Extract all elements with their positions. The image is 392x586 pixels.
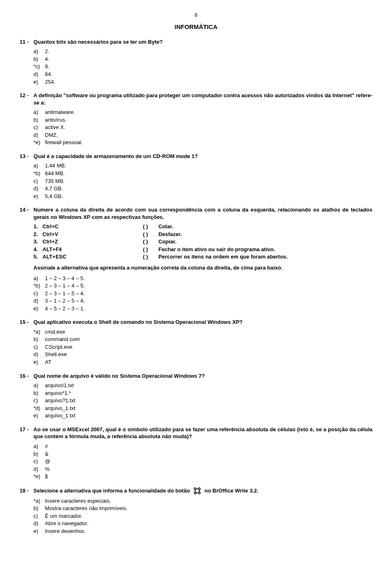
- question-11: 11 - Quantos bits são necessários para s…: [20, 38, 372, 85]
- pair-paren: ( ): [143, 253, 158, 261]
- option-label: b): [33, 336, 45, 343]
- question-15: 15 - Qual aplicativo executa o Shell de …: [20, 319, 372, 365]
- option-label: b): [33, 56, 45, 63]
- option-text: 2.: [45, 48, 372, 55]
- option-e: e)arquivo_1:txt: [33, 412, 372, 419]
- option-label: a): [33, 382, 45, 389]
- pair-left: ALT+ESC: [42, 253, 143, 261]
- option-text: 1,44 MB.: [45, 162, 372, 169]
- option-label: c): [33, 290, 45, 297]
- option-text: Insere desenhos.: [45, 528, 372, 535]
- sub-instruction: Assinale a alternativa que apresenta a n…: [33, 264, 372, 272]
- special-character-icon: [193, 487, 201, 495]
- pair-number: 2.: [33, 231, 42, 238]
- option-text: 735 MB.: [45, 178, 372, 185]
- option-text: arquivo_1:txt: [45, 412, 372, 419]
- option-e: e)AT: [33, 359, 372, 366]
- option-label: b): [33, 390, 45, 397]
- question-text-before: Selecione a alternativa que informa a fu…: [33, 487, 190, 495]
- option-text: Mostra caracteres não imprimíveis.: [45, 505, 372, 512]
- option-c: c)CScript.exe: [33, 343, 372, 351]
- option-label: *b): [33, 170, 45, 177]
- question-number: 15 -: [20, 319, 33, 326]
- option-a: *a)Insere caracteres especiais.: [33, 497, 372, 505]
- option-a: a)1,44 MB.: [33, 162, 372, 169]
- option-label: e): [33, 412, 45, 419]
- option-label: *a): [33, 328, 45, 336]
- pair-number: 3.: [33, 238, 42, 245]
- option-label: *a): [33, 497, 45, 505]
- option-d: d)Abre o navegador.: [33, 520, 372, 527]
- option-c: c)2 – 3 – 1 – 5 – 4.: [33, 290, 372, 297]
- option-d: d)DMZ.: [33, 131, 372, 139]
- question-number: 11 -: [20, 38, 33, 46]
- option-text: 3 – 1 – 2 – 5 – 4.: [45, 297, 372, 305]
- option-d: d)64.: [33, 71, 372, 78]
- pair-number: 1.: [33, 223, 42, 230]
- option-b: *b)644 MB.: [33, 170, 372, 177]
- question-number: 13 -: [20, 153, 33, 160]
- option-a: a)1 – 2 – 3 – 4 – 5.: [33, 275, 372, 282]
- option-label: a): [33, 275, 45, 282]
- page-number: 6: [20, 11, 372, 19]
- option-label: *e): [33, 139, 45, 146]
- section-title: INFORMÁTICA: [20, 23, 372, 31]
- option-label: a): [33, 109, 45, 116]
- option-text: 4 – 5 – 2 – 3 – 1.: [45, 305, 372, 312]
- option-label: d): [33, 351, 45, 358]
- option-label: e): [33, 528, 45, 535]
- option-label: c): [33, 397, 45, 404]
- option-text: cmd.exe: [45, 328, 372, 336]
- pair-number: 4.: [33, 246, 42, 253]
- pair-paren: ( ): [143, 238, 158, 245]
- option-text: $: [45, 473, 372, 480]
- option-b: b)arquivo*1.*: [33, 390, 372, 397]
- option-text: arquivo_1.txt: [45, 405, 372, 412]
- option-text: arquivo\1.txt: [45, 382, 372, 389]
- option-text: antimalware.: [45, 109, 372, 116]
- option-label: *b): [33, 282, 45, 290]
- option-label: d): [33, 131, 45, 139]
- pair-left: Ctrl+Z: [42, 238, 143, 245]
- option-text: &: [45, 450, 372, 458]
- matching-columns: 1.Ctrl+C 2.Ctrl+V 3.Ctrl+Z 4.ALT+F4 5.AL…: [33, 223, 372, 261]
- option-text: 4.: [45, 56, 372, 63]
- option-label: c): [33, 178, 45, 185]
- option-e: e)4 – 5 – 2 – 3 – 1.: [33, 305, 372, 312]
- option-label: e): [33, 359, 45, 366]
- option-b: b)Mostra caracteres não imprimíveis.: [33, 505, 372, 512]
- option-c: c)735 MB.: [33, 178, 372, 185]
- option-text: É um marcador.: [45, 512, 372, 520]
- option-label: d): [33, 466, 45, 473]
- option-label: e): [33, 193, 45, 200]
- question-14: 14 - Numere a coluna da direita de acord…: [20, 206, 372, 312]
- option-label: d): [33, 520, 45, 527]
- question-13: 13 - Qual é a capacidade de armazenament…: [20, 153, 372, 200]
- option-text: arquivo?1.txt: [45, 397, 372, 404]
- pair-paren: ( ): [143, 223, 158, 230]
- option-label: b): [33, 505, 45, 512]
- option-label: d): [33, 71, 45, 78]
- option-c: c)arquivo?1.txt: [33, 397, 372, 404]
- option-b: b)command.com: [33, 336, 372, 343]
- option-text: arquivo*1.*: [45, 390, 372, 397]
- pair-right: Colar.: [158, 223, 372, 230]
- question-text: A definição "software ou programa utiliz…: [33, 92, 372, 106]
- option-e: *e)firewall pessoal.: [33, 139, 372, 146]
- question-text: Ao se usar o MSExcel 2007, qual é o símb…: [33, 426, 372, 440]
- option-text: Shell.exe: [45, 351, 372, 358]
- option-text: 644 MB.: [45, 170, 372, 177]
- option-text: 1 – 2 – 3 – 4 – 5.: [45, 275, 372, 282]
- option-label: *c): [33, 63, 45, 70]
- option-text: 8.: [45, 63, 372, 70]
- option-c: *c)8.: [33, 63, 372, 70]
- option-text: #: [45, 443, 372, 450]
- option-e: e)Insere desenhos.: [33, 528, 372, 535]
- question-number: 12 -: [20, 92, 33, 106]
- option-text: @: [45, 458, 372, 465]
- option-b: b)antivírus.: [33, 116, 372, 124]
- question-number: 18 -: [20, 487, 33, 495]
- option-a: a)antimalware.: [33, 109, 372, 116]
- option-c: c)É um marcador.: [33, 512, 372, 520]
- question-18: 18 - Selecione a alternativa que informa…: [20, 487, 372, 535]
